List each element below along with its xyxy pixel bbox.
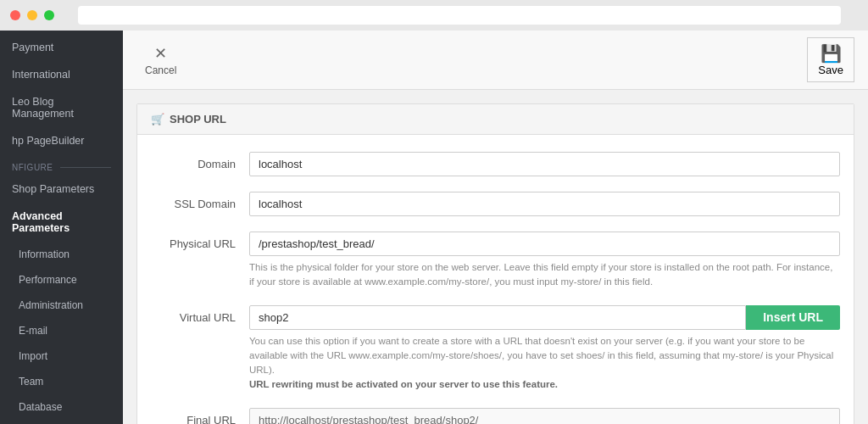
virtual-url-input-wrap: Insert URL	[249, 305, 840, 330]
ssl-domain-input[interactable]	[249, 192, 840, 216]
sidebar: Payment International Leo Blog Managemen…	[0, 31, 123, 424]
cancel-button-top[interactable]: ✕ Cancel	[136, 41, 185, 80]
content-area: ✕ Cancel 💾 Save 🛒 SHOP URL Domain	[123, 31, 868, 424]
sidebar-item-pagebuilder[interactable]: hp PageBuilder	[0, 127, 123, 154]
address-bar[interactable]	[78, 6, 841, 25]
cart-icon: 🛒	[151, 113, 164, 126]
shop-url-card: 🛒 SHOP URL Domain SSL Domain	[136, 103, 854, 424]
minimize-button[interactable]	[27, 10, 37, 20]
final-url-input[interactable]	[249, 408, 840, 425]
sidebar-section-configure: NFIGURE	[0, 154, 123, 176]
physical-url-label: Physical URL	[151, 232, 236, 250]
titlebar	[0, 0, 868, 31]
sidebar-item-shop-parameters[interactable]: Shop Parameters	[0, 176, 123, 203]
save-icon-top: 💾	[821, 43, 842, 64]
domain-row: Domain	[151, 152, 840, 176]
physical-url-row: Physical URL This is the physical folder…	[151, 232, 840, 290]
sidebar-sub-item-database[interactable]: Database	[0, 394, 123, 420]
shop-url-header: 🛒 SHOP URL	[137, 104, 854, 135]
shop-url-body: Domain SSL Domain Physical URL	[137, 135, 854, 424]
sidebar-sub-item-logs[interactable]: Logs	[0, 420, 123, 424]
sidebar-sub-item-team[interactable]: Team	[0, 369, 123, 394]
virtual-url-wrap: Insert URL You can use this option if yo…	[249, 305, 840, 393]
virtual-url-help1: You can use this option if you want to c…	[249, 334, 840, 393]
close-button[interactable]	[10, 10, 20, 20]
sidebar-item-advanced-parameters[interactable]: Advanced Parameters	[0, 203, 123, 242]
sidebar-sub-item-import[interactable]: Import	[0, 343, 123, 369]
ssl-domain-wrap	[249, 192, 840, 216]
final-url-wrap	[249, 408, 840, 425]
sidebar-item-leo-blog[interactable]: Leo Blog Management	[0, 88, 123, 127]
physical-url-help: This is the physical folder for your sto…	[249, 260, 840, 290]
ssl-domain-row: SSL Domain	[151, 192, 840, 216]
main-layout: Payment International Leo Blog Managemen…	[0, 31, 868, 424]
sidebar-sub-item-administration[interactable]: Administration	[0, 293, 123, 318]
physical-url-input[interactable]	[249, 232, 840, 256]
sidebar-item-international[interactable]: International	[0, 61, 123, 88]
top-action-bar: ✕ Cancel 💾 Save	[123, 31, 868, 90]
physical-url-wrap: This is the physical folder for your sto…	[249, 232, 840, 290]
sidebar-sub-item-information[interactable]: Information	[0, 242, 123, 267]
ssl-domain-label: SSL Domain	[151, 192, 236, 210]
final-url-row: Final URL	[151, 408, 840, 425]
sidebar-sub-item-performance[interactable]: Performance	[0, 267, 123, 293]
maximize-button[interactable]	[44, 10, 54, 20]
sidebar-sub-item-email[interactable]: E-mail	[0, 318, 123, 343]
cancel-icon-top: ✕	[154, 44, 167, 63]
final-url-label: Final URL	[151, 408, 236, 425]
sidebar-item-payment[interactable]: Payment	[0, 34, 123, 61]
domain-input[interactable]	[249, 152, 840, 176]
domain-label: Domain	[151, 152, 236, 170]
insert-url-button[interactable]: Insert URL	[746, 305, 840, 330]
virtual-url-row: Virtual URL Insert URL You can use this …	[151, 305, 840, 393]
virtual-url-label: Virtual URL	[151, 305, 236, 324]
virtual-url-input[interactable]	[249, 305, 746, 330]
domain-wrap	[249, 152, 840, 176]
save-button-top[interactable]: 💾 Save	[807, 37, 854, 82]
